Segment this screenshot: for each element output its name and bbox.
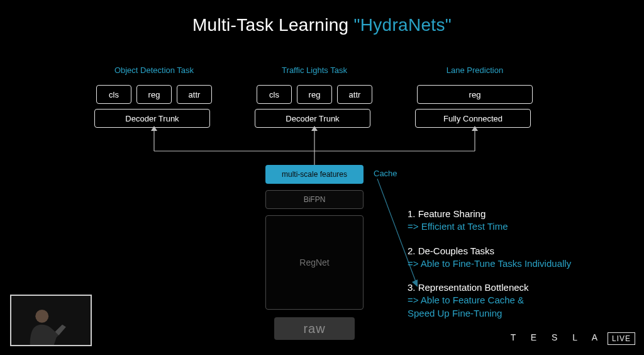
cache-label: Cache — [374, 169, 397, 178]
task-label: Lane Prediction — [415, 65, 535, 75]
task-label: Traffic Lights Task — [255, 65, 374, 75]
benefit-sub: => Efficient at Test Time — [408, 220, 634, 233]
head-box-reg: reg — [136, 85, 172, 104]
tesla-logo-text: T E S L A — [511, 332, 604, 342]
svg-point-5 — [35, 310, 48, 323]
raw-box: raw — [274, 317, 355, 340]
benefit-item: 1. Feature Sharing => Efficient at Test … — [408, 208, 634, 234]
benefit-sub: => Able to Fine-Tune Tasks Individually — [408, 257, 634, 270]
slide-title: Multi-Task Learning "HydraNets" — [0, 15, 644, 35]
benefit-head: 3. Representation Bottleneck — [408, 281, 634, 294]
benefits-list: 1. Feature Sharing => Efficient at Test … — [408, 208, 634, 331]
trunk-box: Fully Connected — [415, 109, 531, 128]
task-column-lane-prediction: Lane Prediction reg Fully Connected — [415, 65, 535, 128]
task-column-traffic-lights: Traffic Lights Task cls reg attr Decoder… — [255, 65, 374, 128]
title-term: "HydraNets" — [354, 15, 452, 35]
live-badge: LIVE — [608, 332, 635, 345]
trunk-box: Decoder Trunk — [255, 109, 370, 128]
head-box-attr: attr — [337, 85, 372, 104]
head-box-attr: attr — [177, 85, 212, 104]
benefit-head: 1. Feature Sharing — [408, 208, 634, 220]
benefit-item: 3. Representation Bottleneck => Able to … — [408, 281, 634, 320]
head-box-cls: cls — [96, 85, 131, 104]
trunk-box: Decoder Trunk — [94, 109, 210, 128]
presenter-thumbnail — [10, 295, 92, 346]
head-box-reg: reg — [417, 85, 533, 104]
title-prefix: Multi-Task Learning — [192, 15, 354, 35]
task-column-object-detection: Object Detection Task cls reg attr Decod… — [94, 65, 214, 128]
benefit-item: 2. De-Couples Tasks => Able to Fine-Tune… — [408, 245, 634, 271]
head-box-reg: reg — [297, 85, 332, 104]
task-label: Object Detection Task — [94, 65, 214, 75]
benefit-sub: => Able to Feature Cache & Speed Up Fine… — [408, 294, 634, 320]
multi-scale-features-box: multi-scale features — [265, 165, 364, 184]
bifpn-box: BiFPN — [265, 190, 364, 209]
benefit-head: 2. De-Couples Tasks — [408, 245, 634, 257]
head-box-cls: cls — [257, 85, 292, 104]
regnet-box: RegNet — [265, 215, 364, 310]
